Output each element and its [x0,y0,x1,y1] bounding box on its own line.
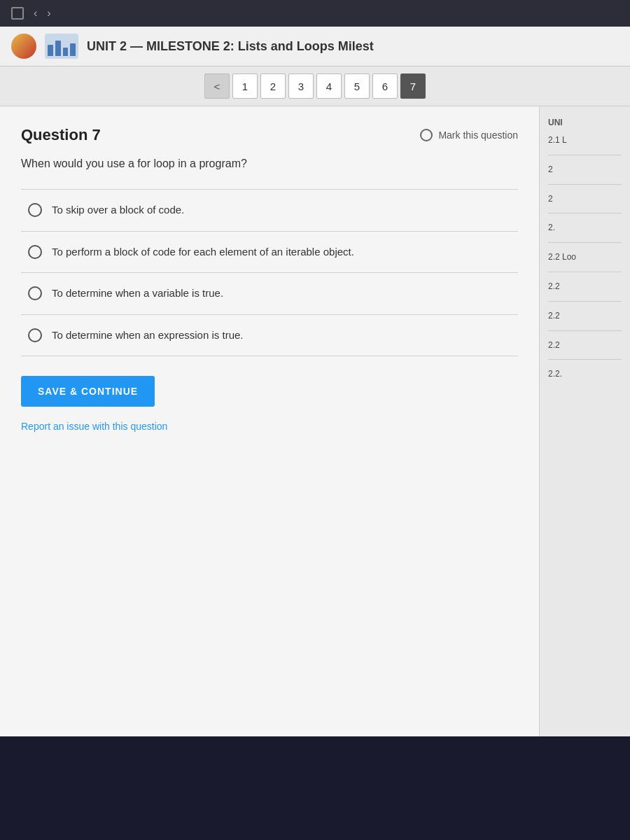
save-continue-button[interactable]: SAVE & CONTINUE [21,376,155,407]
chart-logo-icon [45,34,78,59]
answer-text-d: To determine when an expression is true. [52,328,243,344]
mark-question-label: Mark this question [438,130,518,141]
page-btn-5[interactable]: 5 [344,74,370,99]
sidebar-divider-5 [548,272,622,272]
page-btn-2[interactable]: 2 [260,74,286,99]
logo-icon [11,34,36,59]
pagination-bar: < 1 2 3 4 5 6 7 [0,66,630,106]
app-header: UNIT 2 — MILESTONE 2: Lists and Loops Mi… [0,27,630,66]
sidebar-divider-6 [548,301,622,302]
chart-bar-4 [70,43,76,56]
browser-bar: ‹ › [0,0,630,27]
sidebar-item-4[interactable]: 2. [548,219,622,237]
sidebar-item-8[interactable]: 2.2 [548,337,622,354]
chart-bar-1 [48,45,53,56]
answer-option-a[interactable]: To skip over a block of code. [21,190,518,232]
page-title: UNIT 2 — MILESTONE 2: Lists and Loops Mi… [87,39,374,54]
answer-options: To skip over a block of code. To perform… [21,189,518,356]
page-btn-7[interactable]: 7 [400,74,426,99]
sidebar-item-7[interactable]: 2.2 [548,307,622,325]
radio-btn-c[interactable] [28,286,42,300]
radio-btn-b[interactable] [28,245,42,259]
page-btn-6[interactable]: 6 [372,74,398,99]
answer-text-c: To determine when a variable is true. [52,286,223,302]
question-title: Question 7 [21,126,101,144]
answer-option-c[interactable]: To determine when a variable is true. [21,273,518,315]
sidebar-item-5[interactable]: 2.2 Loo [548,248,622,266]
radio-btn-d[interactable] [28,328,42,342]
answer-option-d[interactable]: To determine when an expression is true. [21,315,518,357]
sidebar-item-9[interactable]: 2.2. [548,365,622,383]
sidebar-divider-4 [548,242,622,243]
answer-option-b[interactable]: To perform a block of code for each elem… [21,232,518,274]
answer-text-b: To perform a block of code for each elem… [52,244,354,260]
window-icon [11,7,24,20]
main-container: Question 7 Mark this question When would… [0,106,630,736]
sidebar-item-1[interactable]: 2.1 L [548,132,622,149]
page-btn-4[interactable]: 4 [316,74,342,99]
right-sidebar: UNI 2.1 L 2 2 2. 2.2 Loo 2.2 2.2 2.2 2.2… [539,106,630,736]
sidebar-divider-3 [548,213,622,214]
sidebar-divider-1 [548,155,622,155]
page-btn-3[interactable]: 3 [288,74,314,99]
question-header: Question 7 Mark this question [21,126,518,144]
sidebar-section-title: UNI [548,118,622,127]
mark-circle-icon [420,129,433,141]
radio-btn-a[interactable] [28,203,42,217]
page-prev-button[interactable]: < [204,74,230,99]
sidebar-divider-7 [548,330,622,331]
sidebar-item-2[interactable]: 2 [548,161,622,178]
nav-back-button[interactable]: ‹ [34,7,37,20]
sidebar-divider-2 [548,184,622,185]
mark-question-button[interactable]: Mark this question [420,129,518,141]
question-area: Question 7 Mark this question When would… [0,106,539,736]
nav-forward-button[interactable]: › [47,7,50,20]
sidebar-item-6[interactable]: 2.2 [548,278,622,295]
answer-text-a: To skip over a block of code. [52,202,184,218]
page-btn-1[interactable]: 1 [232,74,258,99]
chart-bar-2 [55,41,61,56]
question-text: When would you use a for loop in a progr… [21,155,518,172]
chart-bar-3 [63,48,69,56]
report-issue-link[interactable]: Report an issue with this question [21,421,518,432]
sidebar-divider-8 [548,359,622,360]
sidebar-item-3[interactable]: 2 [548,190,622,208]
